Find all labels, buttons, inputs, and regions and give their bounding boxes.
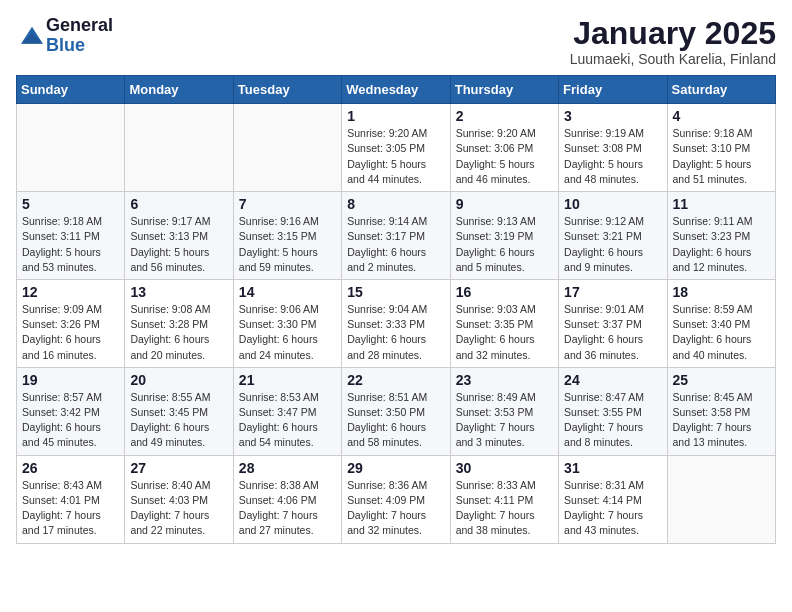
calendar-day-cell: 14Sunrise: 9:06 AM Sunset: 3:30 PM Dayli… bbox=[233, 279, 341, 367]
day-info: Sunrise: 9:19 AM Sunset: 3:08 PM Dayligh… bbox=[564, 126, 661, 187]
day-info: Sunrise: 9:17 AM Sunset: 3:13 PM Dayligh… bbox=[130, 214, 227, 275]
day-info: Sunrise: 8:51 AM Sunset: 3:50 PM Dayligh… bbox=[347, 390, 444, 451]
calendar-day-cell: 20Sunrise: 8:55 AM Sunset: 3:45 PM Dayli… bbox=[125, 367, 233, 455]
logo-general-text: General bbox=[46, 16, 113, 36]
day-number: 12 bbox=[22, 284, 119, 300]
day-info: Sunrise: 8:57 AM Sunset: 3:42 PM Dayligh… bbox=[22, 390, 119, 451]
day-number: 21 bbox=[239, 372, 336, 388]
day-info: Sunrise: 8:59 AM Sunset: 3:40 PM Dayligh… bbox=[673, 302, 770, 363]
day-info: Sunrise: 9:04 AM Sunset: 3:33 PM Dayligh… bbox=[347, 302, 444, 363]
day-info: Sunrise: 8:55 AM Sunset: 3:45 PM Dayligh… bbox=[130, 390, 227, 451]
calendar-day-cell: 3Sunrise: 9:19 AM Sunset: 3:08 PM Daylig… bbox=[559, 104, 667, 192]
day-number: 13 bbox=[130, 284, 227, 300]
day-info: Sunrise: 9:18 AM Sunset: 3:11 PM Dayligh… bbox=[22, 214, 119, 275]
calendar-day-cell: 19Sunrise: 8:57 AM Sunset: 3:42 PM Dayli… bbox=[17, 367, 125, 455]
day-number: 22 bbox=[347, 372, 444, 388]
calendar-day-cell: 18Sunrise: 8:59 AM Sunset: 3:40 PM Dayli… bbox=[667, 279, 775, 367]
day-number: 24 bbox=[564, 372, 661, 388]
calendar-day-header: Monday bbox=[125, 76, 233, 104]
calendar-day-header: Sunday bbox=[17, 76, 125, 104]
calendar-day-cell: 2Sunrise: 9:20 AM Sunset: 3:06 PM Daylig… bbox=[450, 104, 558, 192]
calendar-day-cell: 12Sunrise: 9:09 AM Sunset: 3:26 PM Dayli… bbox=[17, 279, 125, 367]
day-info: Sunrise: 9:01 AM Sunset: 3:37 PM Dayligh… bbox=[564, 302, 661, 363]
calendar-week-row: 12Sunrise: 9:09 AM Sunset: 3:26 PM Dayli… bbox=[17, 279, 776, 367]
day-number: 8 bbox=[347, 196, 444, 212]
day-number: 9 bbox=[456, 196, 553, 212]
title-block: January 2025 Luumaeki, South Karelia, Fi… bbox=[570, 16, 776, 67]
day-info: Sunrise: 9:18 AM Sunset: 3:10 PM Dayligh… bbox=[673, 126, 770, 187]
calendar-week-row: 5Sunrise: 9:18 AM Sunset: 3:11 PM Daylig… bbox=[17, 192, 776, 280]
day-number: 16 bbox=[456, 284, 553, 300]
month-title: January 2025 bbox=[570, 16, 776, 51]
day-info: Sunrise: 8:31 AM Sunset: 4:14 PM Dayligh… bbox=[564, 478, 661, 539]
calendar-day-header: Saturday bbox=[667, 76, 775, 104]
logo-icon bbox=[18, 22, 46, 50]
location: Luumaeki, South Karelia, Finland bbox=[570, 51, 776, 67]
calendar-day-cell: 29Sunrise: 8:36 AM Sunset: 4:09 PM Dayli… bbox=[342, 455, 450, 543]
calendar-day-cell: 11Sunrise: 9:11 AM Sunset: 3:23 PM Dayli… bbox=[667, 192, 775, 280]
calendar-day-cell: 30Sunrise: 8:33 AM Sunset: 4:11 PM Dayli… bbox=[450, 455, 558, 543]
calendar-day-cell: 24Sunrise: 8:47 AM Sunset: 3:55 PM Dayli… bbox=[559, 367, 667, 455]
calendar-day-cell bbox=[233, 104, 341, 192]
calendar-day-cell: 16Sunrise: 9:03 AM Sunset: 3:35 PM Dayli… bbox=[450, 279, 558, 367]
calendar-day-cell bbox=[667, 455, 775, 543]
day-number: 6 bbox=[130, 196, 227, 212]
page-container: General Blue January 2025 Luumaeki, Sout… bbox=[0, 0, 792, 554]
day-info: Sunrise: 9:03 AM Sunset: 3:35 PM Dayligh… bbox=[456, 302, 553, 363]
day-number: 11 bbox=[673, 196, 770, 212]
logo-blue-text: Blue bbox=[46, 36, 113, 56]
calendar-day-header: Friday bbox=[559, 76, 667, 104]
day-number: 25 bbox=[673, 372, 770, 388]
day-number: 14 bbox=[239, 284, 336, 300]
day-number: 10 bbox=[564, 196, 661, 212]
day-info: Sunrise: 9:20 AM Sunset: 3:06 PM Dayligh… bbox=[456, 126, 553, 187]
day-info: Sunrise: 9:20 AM Sunset: 3:05 PM Dayligh… bbox=[347, 126, 444, 187]
calendar-day-cell: 13Sunrise: 9:08 AM Sunset: 3:28 PM Dayli… bbox=[125, 279, 233, 367]
day-info: Sunrise: 9:14 AM Sunset: 3:17 PM Dayligh… bbox=[347, 214, 444, 275]
calendar-day-cell: 17Sunrise: 9:01 AM Sunset: 3:37 PM Dayli… bbox=[559, 279, 667, 367]
calendar-day-cell bbox=[17, 104, 125, 192]
calendar-day-cell: 28Sunrise: 8:38 AM Sunset: 4:06 PM Dayli… bbox=[233, 455, 341, 543]
calendar-header-row: SundayMondayTuesdayWednesdayThursdayFrid… bbox=[17, 76, 776, 104]
day-number: 28 bbox=[239, 460, 336, 476]
day-number: 19 bbox=[22, 372, 119, 388]
day-number: 7 bbox=[239, 196, 336, 212]
calendar-week-row: 19Sunrise: 8:57 AM Sunset: 3:42 PM Dayli… bbox=[17, 367, 776, 455]
day-info: Sunrise: 8:36 AM Sunset: 4:09 PM Dayligh… bbox=[347, 478, 444, 539]
calendar-day-cell: 21Sunrise: 8:53 AM Sunset: 3:47 PM Dayli… bbox=[233, 367, 341, 455]
day-number: 2 bbox=[456, 108, 553, 124]
day-number: 5 bbox=[22, 196, 119, 212]
day-number: 20 bbox=[130, 372, 227, 388]
calendar-day-cell: 27Sunrise: 8:40 AM Sunset: 4:03 PM Dayli… bbox=[125, 455, 233, 543]
day-info: Sunrise: 9:11 AM Sunset: 3:23 PM Dayligh… bbox=[673, 214, 770, 275]
calendar-day-header: Thursday bbox=[450, 76, 558, 104]
calendar-day-cell: 25Sunrise: 8:45 AM Sunset: 3:58 PM Dayli… bbox=[667, 367, 775, 455]
day-number: 18 bbox=[673, 284, 770, 300]
day-number: 17 bbox=[564, 284, 661, 300]
calendar-day-header: Wednesday bbox=[342, 76, 450, 104]
calendar-day-cell: 23Sunrise: 8:49 AM Sunset: 3:53 PM Dayli… bbox=[450, 367, 558, 455]
calendar-day-cell: 26Sunrise: 8:43 AM Sunset: 4:01 PM Dayli… bbox=[17, 455, 125, 543]
day-number: 3 bbox=[564, 108, 661, 124]
day-number: 27 bbox=[130, 460, 227, 476]
calendar-day-cell: 5Sunrise: 9:18 AM Sunset: 3:11 PM Daylig… bbox=[17, 192, 125, 280]
day-info: Sunrise: 8:45 AM Sunset: 3:58 PM Dayligh… bbox=[673, 390, 770, 451]
day-info: Sunrise: 8:49 AM Sunset: 3:53 PM Dayligh… bbox=[456, 390, 553, 451]
calendar-day-cell: 1Sunrise: 9:20 AM Sunset: 3:05 PM Daylig… bbox=[342, 104, 450, 192]
day-info: Sunrise: 9:09 AM Sunset: 3:26 PM Dayligh… bbox=[22, 302, 119, 363]
day-number: 30 bbox=[456, 460, 553, 476]
day-number: 26 bbox=[22, 460, 119, 476]
svg-marker-1 bbox=[21, 33, 43, 44]
logo: General Blue bbox=[16, 16, 113, 56]
day-info: Sunrise: 8:33 AM Sunset: 4:11 PM Dayligh… bbox=[456, 478, 553, 539]
day-number: 1 bbox=[347, 108, 444, 124]
calendar-week-row: 1Sunrise: 9:20 AM Sunset: 3:05 PM Daylig… bbox=[17, 104, 776, 192]
calendar-day-header: Tuesday bbox=[233, 76, 341, 104]
day-info: Sunrise: 9:16 AM Sunset: 3:15 PM Dayligh… bbox=[239, 214, 336, 275]
day-number: 23 bbox=[456, 372, 553, 388]
calendar-table: SundayMondayTuesdayWednesdayThursdayFrid… bbox=[16, 75, 776, 543]
calendar-day-cell: 10Sunrise: 9:12 AM Sunset: 3:21 PM Dayli… bbox=[559, 192, 667, 280]
calendar-day-cell: 7Sunrise: 9:16 AM Sunset: 3:15 PM Daylig… bbox=[233, 192, 341, 280]
calendar-day-cell: 9Sunrise: 9:13 AM Sunset: 3:19 PM Daylig… bbox=[450, 192, 558, 280]
logo-text: General Blue bbox=[46, 16, 113, 56]
